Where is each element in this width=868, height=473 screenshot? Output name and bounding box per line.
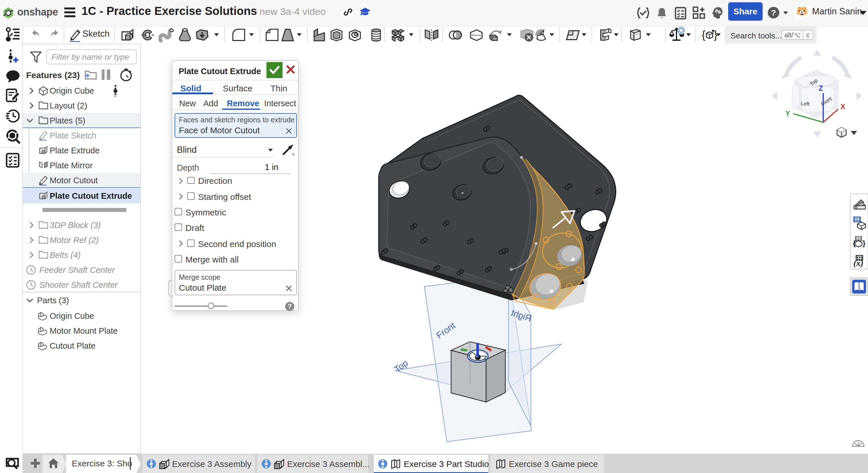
svg-text:(x): (x): [853, 258, 863, 268]
svg-text:?: ?: [288, 303, 292, 310]
svg-text:Z: Z: [818, 84, 823, 92]
svg-text:}: }: [862, 239, 865, 247]
svg-text:{: {: [702, 29, 705, 41]
svg-text:?: ?: [771, 8, 776, 17]
svg-text:X: X: [840, 102, 845, 111]
svg-text:Y: Y: [785, 110, 790, 117]
svg-text:Left: Left: [801, 100, 809, 107]
svg-text:{: {: [852, 239, 856, 247]
